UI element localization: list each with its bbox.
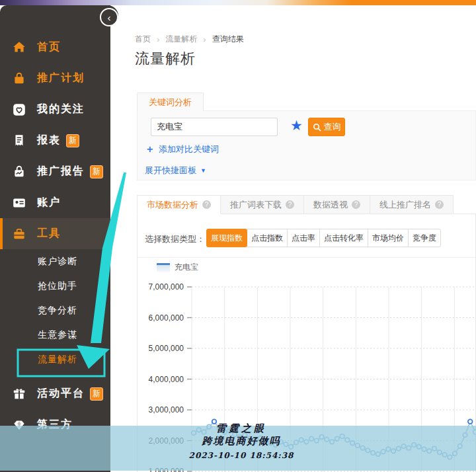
- page-title: 流量解析: [135, 49, 196, 69]
- sidebar-subitem-11[interactable]: 流量解析: [0, 347, 110, 372]
- data-type-button-4[interactable]: 市场均价: [368, 229, 409, 247]
- data-type-button-2[interactable]: 点击率: [287, 229, 320, 247]
- analysis-tab-3[interactable]: 线上推广排名?: [370, 195, 454, 214]
- breadcrumb-item-2: 查询结果: [212, 34, 244, 45]
- sidebar-item-label: 推广报告: [37, 165, 85, 178]
- data-type-button-3[interactable]: 点击转化率: [319, 229, 368, 247]
- data-point-highlighted[interactable]: [468, 419, 473, 424]
- search-button[interactable]: 查询: [308, 118, 345, 136]
- promo-report-icon: [11, 164, 27, 180]
- sidebar-item-5[interactable]: 账户: [0, 187, 110, 218]
- sidebar-item-1[interactable]: 推广计划: [0, 63, 110, 94]
- chart-legend-item[interactable]: 充电宝: [157, 262, 198, 273]
- account-icon: [11, 195, 27, 211]
- magnifier-icon: [313, 123, 321, 132]
- analysis-tab-label: 推广词表下载: [230, 199, 282, 211]
- sidebar-item-4[interactable]: 推广报告新: [0, 156, 110, 187]
- add-compare-keyword-link[interactable]: ＋ 添加对比关键词: [145, 143, 219, 155]
- analysis-tab-0[interactable]: 市场数据分析?: [137, 195, 221, 214]
- plus-icon: ＋: [145, 143, 155, 155]
- data-type-label: 选择数据类型：: [145, 233, 205, 245]
- breadcrumb-separator-icon: ›: [203, 34, 206, 44]
- watermark-timestamp: 2023-10-10 18:54:38: [188, 451, 294, 460]
- help-icon[interactable]: ?: [202, 200, 211, 209]
- sidebar-subitem-8[interactable]: 抢位助手: [0, 274, 110, 298]
- expand-panel-label: 展开快捷面板: [145, 165, 196, 177]
- sidebar-item-3[interactable]: 报表新: [0, 125, 110, 156]
- data-type-button-1[interactable]: 点击指数: [247, 229, 288, 247]
- sidebar-item-label: 工具: [37, 227, 61, 241]
- legend-label: 充电宝: [175, 262, 198, 273]
- data-type-button-0[interactable]: 展现指数: [206, 229, 247, 247]
- tab-keyword-analysis-label: 关键词分析: [149, 97, 192, 108]
- watermark-line1: 雷霆之眼: [188, 423, 294, 434]
- data-type-button-5[interactable]: 竞争度: [408, 229, 441, 247]
- watermark-text: 雷霆之眼 跨境电商好做吗 2023-10-10 18:54:38: [188, 423, 294, 460]
- sidebar-item-label: 我的关注: [37, 102, 85, 116]
- report-icon: [11, 133, 27, 149]
- sidebar-item-2[interactable]: 我的关注: [0, 94, 110, 125]
- analysis-tab-2[interactable]: 数据透视?: [304, 195, 370, 214]
- caret-down-icon: ▼: [200, 167, 206, 174]
- app-window: 首页推广计划我的关注报表新推广报告新账户工具账户诊断抢位助手竞争分析生意参谋流量…: [0, 0, 476, 472]
- sidebar-item-label: 账户: [37, 196, 61, 210]
- expand-quick-panel-link[interactable]: 展开快捷面板 ▼: [145, 165, 206, 177]
- gift-icon: [11, 386, 27, 402]
- data-type-button-group: 展现指数点击指数点击率点击转化率市场均价竞争度: [206, 229, 441, 247]
- y-axis-tick-label: 4,000,000: [149, 375, 184, 384]
- chevron-left-icon: ‹: [108, 13, 111, 22]
- sidebar-item-label: 生意参谋: [38, 329, 77, 341]
- y-axis-tick-label: 3,000,000: [149, 405, 184, 414]
- heart-icon: [11, 102, 27, 118]
- sidebar-subitem-7[interactable]: 账户诊断: [0, 249, 110, 274]
- sidebar-item-label: 报表: [37, 134, 61, 147]
- watermark-line2: 跨境电商好做吗: [188, 436, 294, 447]
- add-compare-label: 添加对比关键词: [159, 143, 219, 155]
- sidebar-item-label: 抢位助手: [38, 280, 77, 292]
- sidebar-item-label: 活动平台: [37, 387, 85, 401]
- sidebar-item-6[interactable]: 工具: [0, 218, 110, 249]
- sidebar-subitem-9[interactable]: 竞争分析: [0, 298, 110, 323]
- campaign-icon: [11, 71, 27, 87]
- breadcrumb-separator-icon: ›: [157, 34, 159, 44]
- analysis-tab-label: 数据透视: [313, 199, 348, 211]
- analysis-tab-label: 市场数据分析: [147, 199, 198, 211]
- breadcrumb-item-1[interactable]: 流量解析: [165, 34, 197, 45]
- legend-swatch-icon: [157, 263, 170, 272]
- controls-divider: [138, 257, 475, 258]
- favorite-star-icon[interactable]: ★: [290, 118, 303, 132]
- breadcrumb-item-0[interactable]: 首页: [135, 34, 151, 45]
- sidebar-item-label: 账户诊断: [38, 256, 77, 268]
- help-icon[interactable]: ?: [352, 200, 360, 209]
- home-icon: [11, 40, 27, 56]
- analysis-tab-1[interactable]: 推广词表下载?: [221, 195, 304, 214]
- sidebar-item-label: 首页: [37, 40, 61, 54]
- help-icon[interactable]: ?: [435, 200, 444, 209]
- collapse-sidebar-button[interactable]: ‹: [100, 8, 118, 26]
- search-button-label: 查询: [324, 121, 341, 133]
- sidebar-item-label: 竞争分析: [38, 305, 77, 317]
- top-banner-strip: [0, 0, 476, 5]
- help-icon[interactable]: ?: [286, 200, 294, 209]
- sidebar-subitem-10[interactable]: 生意参谋: [0, 323, 110, 347]
- breadcrumb: 首页›流量解析›查询结果: [135, 34, 244, 45]
- sidebar-item-label: 推广计划: [37, 71, 85, 85]
- tools-icon: [11, 226, 27, 242]
- sidebar-item-label: 流量解析: [38, 354, 77, 366]
- sidebar: 首页推广计划我的关注报表新推广报告新账户工具账户诊断抢位助手竞争分析生意参谋流量…: [0, 5, 110, 472]
- keyword-input[interactable]: [151, 118, 278, 136]
- y-axis-tick-label: 6,000,000: [149, 313, 184, 323]
- analysis-tab-label: 线上推广排名: [379, 199, 431, 211]
- tab-keyword-analysis[interactable]: 关键词分析: [137, 93, 204, 111]
- new-badge: 新: [90, 387, 103, 401]
- sidebar-item-12[interactable]: 活动平台新: [0, 378, 110, 409]
- sidebar-item-0[interactable]: 首页: [0, 32, 110, 63]
- new-badge: 新: [66, 134, 79, 147]
- y-axis-tick-label: 5,000,000: [149, 344, 184, 353]
- y-axis-tick-label: 7,000,000: [149, 282, 184, 292]
- analysis-tab-bar: 市场数据分析?推广词表下载?数据透视?线上推广排名?: [137, 195, 454, 214]
- new-badge: 新: [90, 165, 103, 178]
- sidebar-menu: 首页推广计划我的关注报表新推广报告新账户工具账户诊断抢位助手竞争分析生意参谋流量…: [0, 32, 110, 440]
